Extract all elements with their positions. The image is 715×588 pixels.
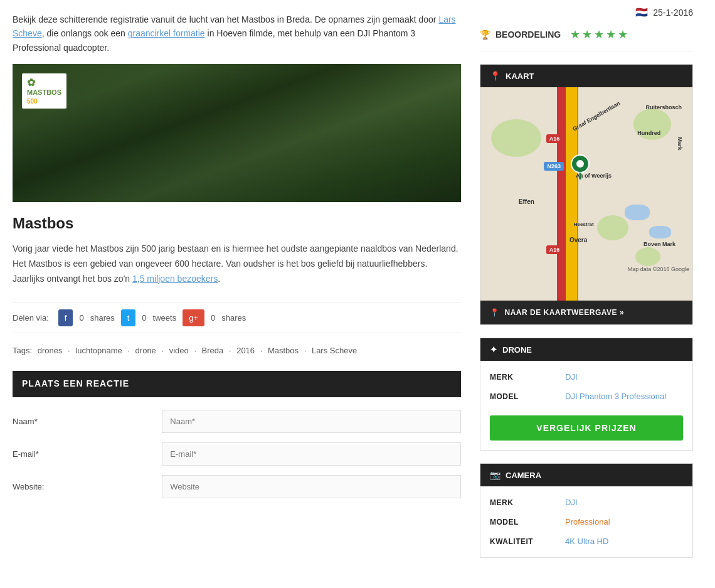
map-label-ruiters: Ruitersbosch — [646, 104, 682, 110]
map-footer-link[interactable]: 📍 NAAR DE KAARTWEERGAVE » — [480, 301, 692, 324]
camera-quality-row: KWALITEIT 4K Ultra HD — [480, 532, 692, 551]
map-badge-a16-top: A16 — [546, 134, 563, 143]
map-a16-road — [557, 87, 566, 301]
map-label-heest: Heestrat — [574, 222, 594, 227]
rating-label: 🏆 BEOORDELING — [480, 29, 561, 40]
share-section: Delen via: f 0 shares t 0 tweets g+ 0 sh… — [13, 302, 461, 333]
crop-circle-link[interactable]: graancirkel formatie — [128, 28, 205, 38]
drone-section: ✦ DRONE MERK DJI MODEL DJI Phantom 3 Pro… — [480, 338, 693, 451]
twitter-icon: t — [127, 313, 130, 323]
comment-divider — [13, 396, 461, 397]
camera-header-label: CAMERA — [506, 471, 541, 480]
map-label-overa: Overa — [569, 237, 587, 243]
map-footer-icon: 📍 — [490, 308, 500, 317]
drone-brand-val: DJI — [565, 372, 683, 382]
drone-header: ✦ DRONE — [480, 338, 692, 361]
drone-info-table: MERK DJI MODEL DJI Phantom 3 Professiona… — [480, 361, 692, 412]
camera-brand-link[interactable]: DJI — [565, 498, 578, 507]
map-header: 📍 KAART — [480, 65, 692, 87]
comments-title: PLAATS EEN REACTIE — [13, 371, 461, 396]
camera-brand-key: MERK — [490, 498, 565, 507]
facebook-share-button[interactable]: f — [58, 309, 73, 326]
date-text: 25-1-2016 — [653, 8, 693, 18]
tag-mastbos[interactable]: Mastbos — [268, 346, 299, 355]
star-1: ★ — [570, 28, 580, 41]
facebook-count: 0 — [79, 313, 83, 323]
map-badge-a16-bottom: A16 — [546, 245, 563, 254]
tag-2016[interactable]: 2016 — [236, 346, 255, 355]
map-container[interactable]: Graaf Engelbertlaan Ruitersbosch Aa of W… — [480, 87, 692, 301]
drone-brand-row: MERK DJI — [480, 367, 692, 387]
gplus-count: 0 — [211, 313, 215, 323]
website-input[interactable] — [162, 475, 461, 498]
camera-section: 📷 CAMERA MERK DJI MODEL Professional KWA… — [480, 463, 693, 558]
map-green-1 — [491, 119, 541, 157]
email-form-row: E-mail* — [13, 442, 461, 466]
tag-breda[interactable]: Breda — [202, 346, 224, 355]
map-label-effen: Effen — [519, 198, 534, 205]
map-background: Graaf Engelbertlaan Ruitersbosch Aa of W… — [480, 87, 692, 301]
camera-model-val: Professional — [565, 517, 683, 527]
drone-model-row: MODEL DJI Phantom 3 Professional — [480, 387, 692, 406]
map-footer-label: NAAR DE KAARTWEERGAVE » — [505, 308, 625, 317]
intro-text-before: Bekijk deze schitterende registratie van… — [13, 14, 438, 24]
main-content: Bekijk deze schitterende registratie van… — [0, 6, 474, 570]
twitter-share-button[interactable]: t — [121, 309, 136, 326]
map-green-3 — [597, 215, 628, 240]
twitter-unit: tweets — [153, 313, 177, 323]
drone-icon: ✦ — [490, 345, 497, 355]
gplus-share-button[interactable]: g+ — [183, 309, 204, 326]
map-location-pin — [571, 154, 590, 181]
name-form-row: Naam* — [13, 410, 461, 433]
video-thumbnail[interactable]: ✿ MASTBOS 500 — [13, 64, 461, 202]
map-section: 📍 KAART — [480, 64, 693, 325]
comments-section: PLAATS EEN REACTIE Naam* E-mail* Website… — [13, 371, 461, 498]
intro-text-middle: , die onlangs ook een — [42, 28, 128, 38]
nl-flag-icon: 🇳🇱 — [635, 6, 648, 18]
name-input[interactable] — [162, 410, 461, 433]
camera-quality-key: KWALITEIT — [490, 537, 565, 546]
twitter-count: 0 — [142, 313, 146, 323]
svg-point-1 — [576, 160, 584, 168]
email-input[interactable] — [162, 442, 461, 466]
map-copyright: Map data ©2016 Google — [628, 266, 689, 272]
tag-drones[interactable]: drones — [38, 346, 63, 355]
tags-label: Tags: — [13, 346, 32, 355]
tag-lars-scheve[interactable]: Lars Scheve — [312, 346, 357, 355]
tag-video[interactable]: video — [169, 346, 189, 355]
gplus-icon: g+ — [189, 313, 198, 323]
camera-quality-val: 4K Ultra HD — [565, 537, 683, 546]
compare-prices-button[interactable]: VERGELIJK PRIJZEN — [490, 415, 683, 441]
mastbos-logo: ✿ MASTBOS 500 — [22, 73, 66, 109]
article-body: Vorig jaar viede het Mastbos zijn 500 ja… — [13, 242, 461, 286]
intro-paragraph: Bekijk deze schitterende registratie van… — [13, 13, 461, 55]
tag-drone[interactable]: drone — [135, 346, 156, 355]
map-water-1 — [625, 205, 650, 220]
drone-model-link[interactable]: DJI Phantom 3 Professional — [565, 392, 666, 401]
map-header-label: KAART — [506, 72, 534, 81]
map-label-boven: Boven Mark — [644, 241, 675, 247]
sidebar: 🇳🇱 25-1-2016 🏆 BEOORDELING ★ ★ ★ ★ ★ 📍 K… — [474, 6, 699, 570]
facebook-unit: shares — [90, 313, 115, 323]
drone-model-key: MODEL — [490, 392, 565, 401]
map-green-4 — [635, 247, 660, 266]
map-pin-icon: 📍 — [490, 71, 500, 81]
map-water-2 — [649, 226, 671, 238]
name-label: Naam* — [13, 412, 162, 431]
camera-quality-link[interactable]: 4K Ultra HD — [565, 537, 608, 546]
drone-header-label: DRONE — [502, 345, 532, 355]
drone-brand-link[interactable]: DJI — [565, 372, 578, 382]
website-form-row: Website: — [13, 475, 461, 498]
tags-section: Tags: drones · luchtopname · drone · vid… — [13, 346, 461, 355]
camera-brand-row: MERK DJI — [480, 493, 692, 512]
drone-model-val: DJI Phantom 3 Professional — [565, 392, 683, 401]
tag-luchtopname[interactable]: luchtopname — [75, 346, 122, 355]
rating-text: BEOORDELING — [495, 29, 561, 40]
camera-icon: 📷 — [490, 470, 500, 480]
camera-header: 📷 CAMERA — [480, 464, 692, 486]
visitors-link[interactable]: 1,5 miljoen bezoekers — [132, 274, 218, 284]
facebook-icon: f — [65, 313, 67, 323]
map-label-mark: Mark — [676, 137, 682, 150]
email-label: E-mail* — [13, 444, 162, 464]
map-label-hundred: Hundred — [637, 130, 660, 136]
